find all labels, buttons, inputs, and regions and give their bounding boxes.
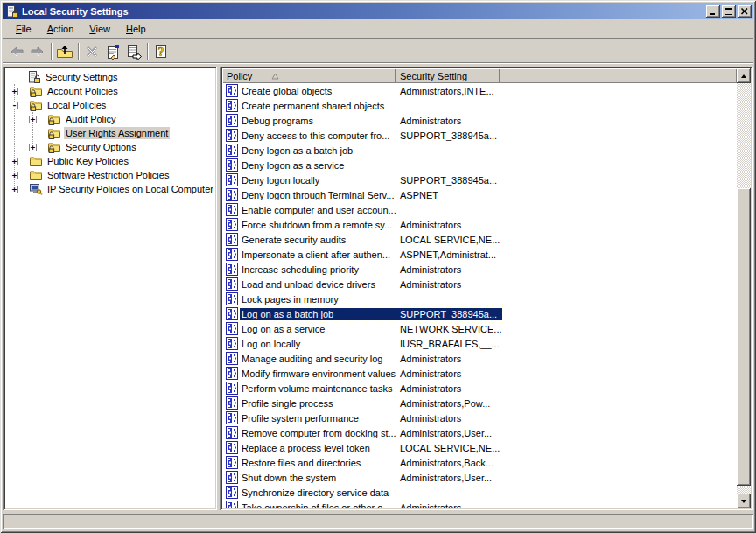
policy-row[interactable]: Modify firmware environment values Admin… [222, 366, 737, 381]
policy-row[interactable]: Deny logon as a batch job [222, 143, 737, 158]
policy-row[interactable]: Log on as a service NETWORK SERVICE... [222, 321, 737, 336]
tree-item-label: Audit Policy [64, 113, 117, 125]
tree-item[interactable]: Security Options [5, 140, 215, 154]
policy-row[interactable]: Deny access to this computer fro... SUPP… [222, 128, 737, 143]
policy-name: Force shutdown from a remote sy... [240, 219, 398, 231]
tree-item[interactable]: Security Settings [5, 70, 215, 84]
policy-row[interactable]: Load and unload device drivers Administr… [222, 277, 737, 291]
policy-icon [226, 114, 239, 127]
menu-item[interactable]: File [8, 21, 39, 37]
up-one-level-icon[interactable] [54, 42, 75, 61]
titlebar: Local Security Settings [3, 3, 753, 19]
tree-item[interactable]: Public Key Policies [5, 154, 215, 168]
policy-name: Manage auditing and security log [240, 353, 398, 365]
scroll-down-button[interactable] [737, 494, 751, 508]
policy-row[interactable]: Generate security audits LOCAL SERVICE,N… [222, 232, 737, 247]
policy-row[interactable]: Enable computer and user accoun... [222, 202, 737, 217]
policy-name: Debug programs [240, 115, 398, 127]
status-bar [4, 514, 752, 529]
properties-icon[interactable] [102, 42, 123, 61]
policy-icon [226, 367, 239, 380]
list-header: Policy Security Setting [222, 68, 737, 83]
policy-icon [226, 188, 239, 201]
policy-row[interactable]: Remove computer from docking st... Admin… [222, 425, 737, 440]
policy-icon [226, 84, 239, 97]
console-lock-icon [5, 4, 19, 18]
back-icon[interactable] [6, 42, 27, 61]
policy-row[interactable]: Manage auditing and security log Adminis… [222, 351, 737, 366]
security-setting-value: Administrators [398, 219, 502, 231]
export-list-icon[interactable] [123, 42, 144, 61]
security-setting-value: NETWORK SERVICE... [398, 323, 502, 335]
policy-row[interactable]: Restore files and directories Administra… [222, 455, 737, 470]
tree-expander-toggle[interactable] [10, 102, 18, 109]
menu-item[interactable]: Help [118, 21, 154, 37]
policy-row[interactable]: Force shutdown from a remote sy... Admin… [222, 217, 737, 232]
policy-row[interactable]: Shut down the system Administrators,User… [222, 470, 737, 485]
menu-item[interactable]: View [81, 21, 118, 37]
tree-item-label: Local Policies [46, 99, 108, 111]
tree-expander-toggle[interactable] [10, 186, 18, 193]
policy-row[interactable]: Perform volume maintenance tasks Adminis… [222, 381, 737, 396]
minimize-button[interactable] [706, 5, 720, 18]
tree-expander-toggle[interactable] [29, 116, 37, 123]
security-setting-value [398, 105, 502, 107]
tree-item-label: User Rights Assignment [64, 127, 170, 139]
policy-row[interactable]: Deny logon locally SUPPORT_388945a... [222, 172, 737, 187]
policy-row[interactable]: Create permanent shared objects [222, 98, 737, 113]
policy-row[interactable]: Lock pages in memory [222, 291, 737, 306]
policy-row[interactable]: Increase scheduling priority Administrat… [222, 262, 737, 277]
tree-expander-toggle[interactable] [29, 144, 37, 151]
scrollbar-track[interactable] [737, 83, 751, 494]
policy-name: Log on locally [240, 338, 398, 350]
menu-item[interactable]: Action [39, 21, 82, 37]
help-icon[interactable]: ? [150, 42, 172, 61]
folder-lock-icon [47, 126, 61, 140]
tree-item[interactable]: IP Security Policies on Local Computer [5, 182, 215, 196]
tree-item[interactable]: Account Policies [5, 84, 215, 98]
tree-expander-toggle[interactable] [10, 158, 18, 165]
policy-icon [226, 158, 239, 172]
policy-icon [226, 307, 239, 320]
scrollbar-thumb[interactable] [737, 188, 751, 486]
policy-name: Enable computer and user accoun... [240, 204, 398, 216]
policy-row[interactable]: Deny logon through Terminal Serv... ASPN… [222, 187, 737, 202]
tree-expander-toggle[interactable] [10, 88, 18, 95]
tree-item-label: Security Settings [44, 71, 120, 83]
close-button[interactable] [738, 5, 752, 18]
policy-row[interactable]: Take ownership of files or other o... Ad… [222, 500, 737, 508]
vertical-scrollbar[interactable] [737, 68, 751, 508]
delete-icon[interactable] [81, 42, 102, 61]
security-setting-value: Administrators [398, 353, 502, 365]
forward-icon[interactable] [27, 42, 48, 61]
tree-expander-toggle[interactable] [10, 172, 18, 179]
tree-item[interactable]: Audit Policy [5, 112, 215, 126]
policy-name: Replace a process level token [240, 442, 398, 454]
scroll-up-button[interactable] [737, 68, 751, 83]
policy-row[interactable]: Replace a process level token LOCAL SERV… [222, 440, 737, 455]
security-setting-value [398, 150, 502, 151]
policy-row[interactable]: Deny logon as a service [222, 158, 737, 172]
tree-item[interactable]: Local Policies [5, 98, 215, 112]
policy-icon [226, 322, 239, 335]
policy-row[interactable]: Log on as a batch job SUPPORT_388945a... [222, 306, 737, 321]
column-header-policy[interactable]: Policy [222, 68, 396, 83]
policy-row[interactable]: Debug programs Administrators [222, 113, 737, 128]
policy-icon [226, 471, 239, 484]
policy-icon [226, 263, 239, 276]
policy-row[interactable]: Log on locally IUSR_BRAFALES,__... [222, 336, 737, 351]
policy-row[interactable]: Create global objects Administrators,INT… [222, 83, 737, 98]
policy-name: Deny logon through Terminal Serv... [240, 189, 398, 201]
policy-name: Modify firmware environment values [240, 368, 398, 380]
policy-row[interactable]: Profile system performance Administrator… [222, 410, 737, 425]
policy-row[interactable]: Impersonate a client after authen... ASP… [222, 247, 737, 262]
toolbar-separator [51, 43, 52, 60]
maximize-button[interactable] [722, 5, 736, 18]
security-setting-value [398, 298, 502, 300]
policy-row[interactable]: Profile single process Administrators,Po… [222, 396, 737, 410]
policy-row[interactable]: Synchronize directory service data [222, 485, 737, 500]
tree-item[interactable]: Software Restriction Policies [5, 168, 215, 182]
policy-name: Create permanent shared objects [240, 100, 398, 112]
tree-item[interactable]: User Rights Assignment [5, 126, 215, 140]
column-header-security-setting[interactable]: Security Setting [396, 68, 500, 83]
